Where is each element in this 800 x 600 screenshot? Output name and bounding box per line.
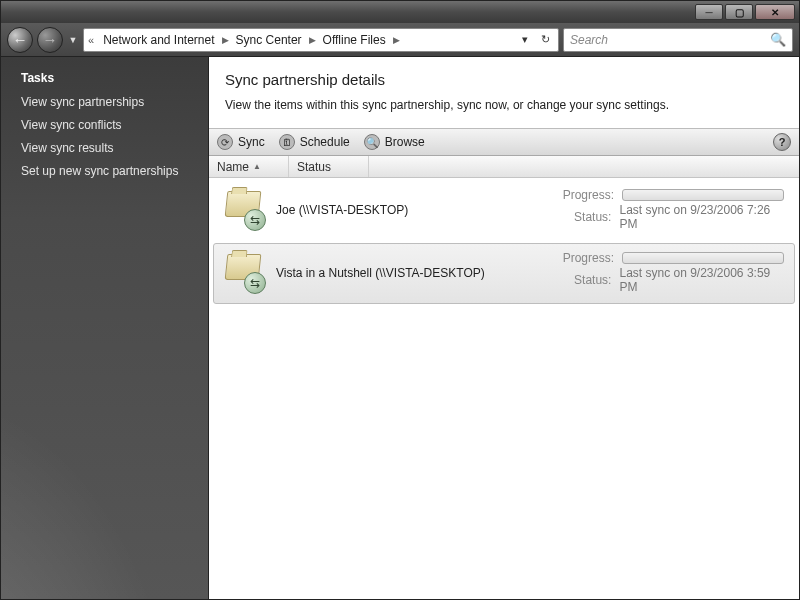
sidebar-item-setup-new[interactable]: Set up new sync partnerships [21, 164, 192, 178]
progress-label: Progress: [556, 251, 614, 265]
title-bar: ─ ▢ ✕ [1, 1, 799, 23]
back-button[interactable]: ← [7, 27, 33, 53]
breadcrumb-item[interactable]: Network and Internet [100, 33, 217, 47]
browse-icon: 🔍 [364, 134, 380, 150]
schedule-icon: 🗓 [279, 134, 295, 150]
search-icon: 🔍 [770, 32, 786, 47]
sync-button[interactable]: ⟳ Sync [217, 134, 265, 150]
item-details: Progress: Status: Last sync on 9/23/2006… [556, 187, 784, 232]
sync-items-list: ⇆ Joe (\\VISTA-DESKTOP) Progress: Status… [209, 178, 799, 599]
chevron-right-icon: ▶ [309, 35, 316, 45]
sidebar-item-view-partnerships[interactable]: View sync partnerships [21, 95, 192, 109]
explorer-window: ─ ▢ ✕ ← → ▼ « Network and Internet ▶ Syn… [0, 0, 800, 600]
refresh-button[interactable]: ↻ [536, 31, 554, 49]
column-status-label: Status [297, 160, 331, 174]
address-bar[interactable]: « Network and Internet ▶ Sync Center ▶ O… [83, 28, 559, 52]
help-icon: ? [779, 136, 786, 148]
column-header-name[interactable]: Name ▲ [209, 156, 289, 177]
status-value: Last sync on 9/23/2006 7:26 PM [619, 203, 784, 231]
arrow-left-icon: ← [13, 31, 28, 48]
search-placeholder: Search [570, 33, 608, 47]
window-body: Tasks View sync partnerships View sync c… [1, 57, 799, 599]
column-headers: Name ▲ Status [209, 156, 799, 178]
browse-label: Browse [385, 135, 425, 149]
minimize-button[interactable]: ─ [695, 4, 723, 20]
sidebar-heading: Tasks [21, 71, 192, 85]
refresh-icon: ↻ [541, 33, 550, 46]
close-button[interactable]: ✕ [755, 4, 795, 20]
progress-bar [622, 252, 784, 264]
chevron-right-icon: ▶ [222, 35, 229, 45]
chevron-down-icon: ▾ [522, 33, 528, 46]
breadcrumb-item[interactable]: Sync Center [233, 33, 305, 47]
browse-button[interactable]: 🔍 Browse [364, 134, 425, 150]
item-name: Vista in a Nutshell (\\VISTA-DESKTOP) [276, 266, 546, 280]
list-item[interactable]: ⇆ Vista in a Nutshell (\\VISTA-DESKTOP) … [213, 243, 795, 304]
status-label: Status: [556, 210, 611, 224]
status-label: Status: [556, 273, 611, 287]
page-subtitle: View the items within this sync partners… [225, 98, 783, 112]
maximize-button[interactable]: ▢ [725, 4, 753, 20]
item-details: Progress: Status: Last sync on 9/23/2006… [556, 250, 784, 295]
column-name-label: Name [217, 160, 249, 174]
sidebar-item-view-results[interactable]: View sync results [21, 141, 192, 155]
history-back-icon: « [88, 34, 94, 46]
arrow-right-icon: → [43, 31, 58, 48]
help-button[interactable]: ? [773, 133, 791, 151]
search-input[interactable]: Search 🔍 [563, 28, 793, 52]
page-title: Sync partnership details [225, 71, 783, 88]
sync-icon: ⟳ [217, 134, 233, 150]
forward-button[interactable]: → [37, 27, 63, 53]
breadcrumb-item[interactable]: Offline Files [320, 33, 389, 47]
recent-pages-dropdown[interactable]: ▼ [67, 30, 79, 50]
column-header-status[interactable]: Status [289, 156, 369, 177]
status-value: Last sync on 9/23/2006 3:59 PM [619, 266, 784, 294]
tasks-sidebar: Tasks View sync partnerships View sync c… [1, 57, 209, 599]
sidebar-item-view-conflicts[interactable]: View sync conflicts [21, 118, 192, 132]
sync-folder-icon: ⇆ [224, 254, 266, 292]
sync-folder-icon: ⇆ [224, 191, 266, 229]
content-pane: Sync partnership details View the items … [209, 57, 799, 599]
chevron-right-icon: ▶ [393, 35, 400, 45]
list-item[interactable]: ⇆ Joe (\\VISTA-DESKTOP) Progress: Status… [213, 180, 795, 241]
content-toolbar: ⟳ Sync 🗓 Schedule 🔍 Browse ? [209, 128, 799, 156]
schedule-button[interactable]: 🗓 Schedule [279, 134, 350, 150]
nav-bar: ← → ▼ « Network and Internet ▶ Sync Cent… [1, 23, 799, 57]
item-name: Joe (\\VISTA-DESKTOP) [276, 203, 546, 217]
schedule-label: Schedule [300, 135, 350, 149]
progress-label: Progress: [556, 188, 614, 202]
sync-label: Sync [238, 135, 265, 149]
address-dropdown[interactable]: ▾ [516, 31, 534, 49]
progress-bar [622, 189, 784, 201]
chevron-down-icon: ▼ [69, 35, 78, 45]
sort-asc-icon: ▲ [253, 162, 261, 171]
